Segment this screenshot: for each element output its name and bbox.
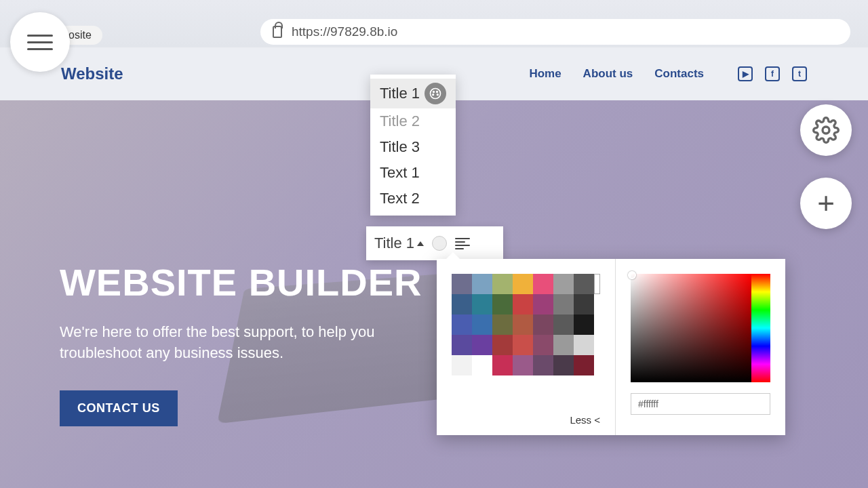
nav-link-home[interactable]: Home (529, 67, 561, 81)
color-swatch[interactable] (574, 314, 594, 335)
plus-icon: + (817, 188, 835, 218)
facebook-icon[interactable]: f (765, 66, 780, 81)
caret-up-icon (417, 241, 424, 246)
white-swatch[interactable] (594, 274, 600, 294)
youtube-icon[interactable]: ▶ (738, 66, 753, 81)
color-swatch-button[interactable] (432, 236, 447, 251)
nav-link-contacts[interactable]: Contacts (654, 67, 704, 81)
nav-right: Home About us Contacts ▶ f t (529, 66, 807, 81)
twitter-icon[interactable]: t (792, 66, 807, 81)
color-swatch[interactable] (492, 335, 513, 355)
style-option-title3[interactable]: Title 3 (370, 134, 456, 160)
color-swatch[interactable] (452, 355, 472, 375)
color-swatch[interactable] (492, 355, 513, 375)
style-option-title1[interactable]: Title 1 (370, 79, 456, 108)
hero-title[interactable]: WEBSITE BUILDER (60, 263, 439, 303)
color-swatch[interactable] (472, 335, 492, 355)
color-swatch[interactable] (533, 274, 553, 294)
color-swatch[interactable] (574, 294, 594, 314)
color-swatch[interactable] (553, 314, 574, 335)
color-swatch-panel: Less < (437, 259, 616, 435)
color-swatch[interactable] (452, 335, 472, 355)
color-swatch[interactable] (452, 274, 472, 294)
text-style-dropdown: Title 1 Title 2 Title 3 Text 1 Text 2 (370, 75, 456, 216)
tab-label: osite (68, 29, 92, 41)
color-swatch[interactable] (452, 294, 472, 314)
style-option-label: Title 1 (380, 85, 420, 102)
color-picker-popover: Less < (437, 259, 785, 435)
style-option-title2[interactable]: Title 2 (370, 108, 456, 134)
svg-point-1 (431, 89, 441, 99)
hero-content: WEBSITE BUILDER We're here to offer the … (60, 263, 439, 426)
svg-point-3 (437, 92, 438, 93)
svg-point-2 (433, 92, 435, 93)
color-swatch[interactable] (472, 294, 492, 314)
saturation-value-picker[interactable] (631, 274, 751, 382)
color-swatch[interactable] (472, 274, 492, 294)
color-gradient-panel (616, 259, 785, 435)
style-selector[interactable]: Title 1 (374, 235, 424, 252)
social-icons: ▶ f t (738, 66, 807, 81)
color-swatch[interactable] (553, 335, 574, 355)
hex-input[interactable] (631, 393, 770, 415)
browser-chrome: osite https://97829.8b.io (0, 0, 868, 47)
color-swatch[interactable] (492, 294, 513, 314)
svg-point-0 (823, 127, 829, 134)
address-bar[interactable]: https://97829.8b.io (260, 19, 850, 45)
color-swatch[interactable] (472, 314, 492, 335)
color-swatch[interactable] (513, 294, 533, 314)
svg-point-5 (437, 94, 439, 96)
gradient-box (631, 274, 770, 382)
color-swatch[interactable] (452, 314, 472, 335)
palette-icon[interactable] (425, 83, 446, 104)
color-swatch[interactable] (553, 274, 574, 294)
gear-icon (812, 117, 840, 144)
color-swatch[interactable] (492, 314, 513, 335)
color-swatch[interactable] (533, 314, 553, 335)
menu-button[interactable] (10, 12, 70, 72)
color-swatch[interactable] (533, 355, 553, 375)
color-swatch[interactable] (553, 355, 574, 375)
color-swatch[interactable] (513, 355, 533, 375)
color-swatch[interactable] (513, 335, 533, 355)
hero-subtitle[interactable]: We're here to offer the best support, to… (60, 322, 439, 364)
lock-icon (273, 26, 282, 38)
hue-slider[interactable] (751, 274, 770, 382)
url-text: https://97829.8b.io (292, 24, 397, 39)
color-swatch[interactable] (574, 335, 594, 355)
style-option-text2[interactable]: Text 2 (370, 186, 456, 211)
sv-cursor[interactable] (628, 271, 636, 279)
color-swatch[interactable] (574, 274, 594, 294)
svg-point-4 (433, 94, 434, 96)
color-swatch[interactable] (533, 294, 553, 314)
add-block-button[interactable]: + (800, 178, 852, 229)
settings-button[interactable] (800, 104, 852, 156)
hamburger-icon (27, 35, 53, 37)
nav-link-about[interactable]: About us (583, 67, 633, 81)
format-toolbar: Title 1 (366, 226, 503, 260)
style-option-text1[interactable]: Text 1 (370, 160, 456, 186)
color-swatches (452, 274, 594, 375)
current-style-label: Title 1 (374, 235, 414, 252)
contact-button[interactable]: CONTACT US (60, 390, 178, 426)
color-swatch[interactable] (513, 314, 533, 335)
align-left-icon[interactable] (455, 238, 470, 249)
color-swatch[interactable] (574, 355, 594, 375)
color-swatch[interactable] (513, 274, 533, 294)
color-swatch[interactable] (533, 335, 553, 355)
color-swatch[interactable] (553, 294, 574, 314)
less-toggle[interactable]: Less < (570, 414, 600, 426)
color-swatch[interactable] (492, 274, 513, 294)
brand-title[interactable]: Website (61, 64, 123, 83)
